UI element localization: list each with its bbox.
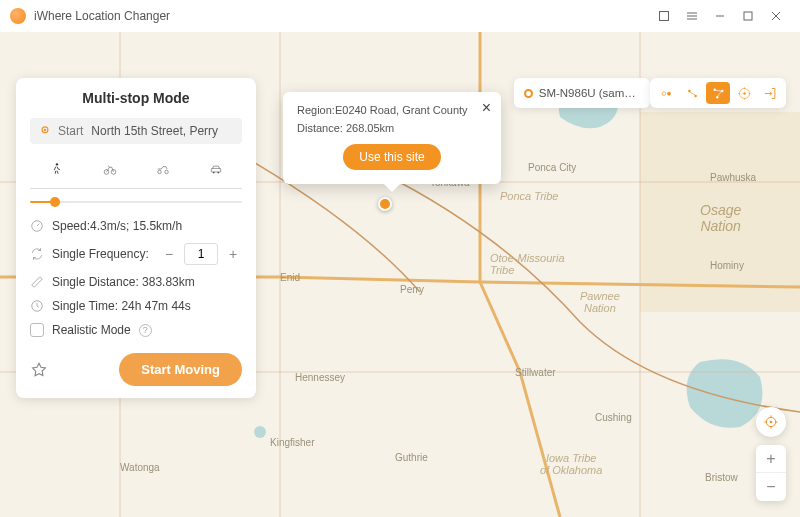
freq-increase-button[interactable]: + xyxy=(224,245,242,263)
zoom-in-button[interactable]: + xyxy=(756,445,786,473)
realistic-checkbox[interactable] xyxy=(30,323,44,337)
location-popup: × Region:E0240 Road, Grant County Distan… xyxy=(283,92,501,184)
transport-modes xyxy=(30,154,242,189)
panel-heading: Multi-stop Mode xyxy=(30,90,242,106)
window-minimize-button[interactable] xyxy=(706,4,734,28)
frequency-label: Single Frequency: xyxy=(52,247,149,261)
svg-point-17 xyxy=(662,91,666,95)
device-label: SM-N986U (samsu... xyxy=(539,87,640,99)
start-moving-button[interactable]: Start Moving xyxy=(119,353,242,386)
svg-point-19 xyxy=(688,89,691,92)
mode-motorcycle[interactable] xyxy=(136,158,189,188)
svg-rect-12 xyxy=(211,168,220,172)
titlebar: iWhere Location Changer xyxy=(0,0,800,32)
svg-point-11 xyxy=(164,170,168,174)
svg-point-27 xyxy=(770,421,773,424)
svg-point-6 xyxy=(44,129,46,131)
speed-slider[interactable] xyxy=(30,195,242,209)
start-value: North 15th Street, Perry xyxy=(91,124,218,138)
clock-icon xyxy=(30,299,44,313)
app-logo-icon xyxy=(10,8,26,24)
svg-rect-2 xyxy=(640,112,800,312)
tool-teleport[interactable] xyxy=(654,82,678,104)
window-menu-button[interactable] xyxy=(678,4,706,28)
recenter-button[interactable] xyxy=(756,407,786,437)
svg-rect-0 xyxy=(660,12,669,21)
realistic-row: Realistic Mode ? xyxy=(30,323,242,337)
svg-point-18 xyxy=(667,91,671,95)
repeat-icon xyxy=(30,247,44,261)
mode-bicycle[interactable] xyxy=(83,158,136,188)
svg-point-20 xyxy=(694,94,697,97)
tool-twospot[interactable] xyxy=(680,82,704,104)
gauge-icon xyxy=(30,219,44,233)
freq-input[interactable] xyxy=(184,243,218,265)
popup-close-button[interactable]: × xyxy=(482,100,491,116)
start-badge: Start xyxy=(58,124,83,138)
tool-multistop[interactable] xyxy=(706,82,730,104)
frequency-row: Single Frequency: − + xyxy=(30,243,242,265)
freq-decrease-button[interactable]: − xyxy=(160,245,178,263)
mode-walk[interactable] xyxy=(30,158,83,188)
popup-region: Region:E0240 Road, Grant County xyxy=(297,104,487,116)
mode-car[interactable] xyxy=(189,158,242,188)
help-icon[interactable]: ? xyxy=(139,324,152,337)
tool-exit[interactable] xyxy=(758,82,782,104)
window-close-button[interactable] xyxy=(762,4,790,28)
device-status-icon xyxy=(524,89,533,98)
zoom-controls: + − xyxy=(756,445,786,501)
window-restore-button[interactable] xyxy=(650,4,678,28)
svg-rect-1 xyxy=(744,12,752,20)
svg-point-7 xyxy=(55,163,57,165)
svg-point-25 xyxy=(743,92,746,95)
mode-toolbar xyxy=(650,78,786,108)
svg-point-10 xyxy=(157,170,161,174)
time-row: Single Time: 24h 47m 44s xyxy=(30,299,242,313)
pin-icon xyxy=(38,124,52,138)
app-title: iWhere Location Changer xyxy=(34,9,650,23)
speed-info: Speed:4.3m/s; 15.5km/h xyxy=(30,219,242,233)
tool-joystick[interactable] xyxy=(732,82,756,104)
slider-thumb[interactable] xyxy=(50,197,60,207)
realistic-label: Realistic Mode xyxy=(52,323,131,337)
svg-point-13 xyxy=(212,172,214,174)
popup-distance: Distance: 268.05km xyxy=(297,122,487,134)
distance-row: Single Distance: 383.83km xyxy=(30,275,242,289)
map-marker-icon[interactable] xyxy=(378,197,392,211)
window-maximize-button[interactable] xyxy=(734,4,762,28)
ruler-icon xyxy=(30,275,44,289)
start-location-field[interactable]: Start North 15th Street, Perry xyxy=(30,118,242,144)
device-selector[interactable]: SM-N986U (samsu... xyxy=(514,78,650,108)
svg-point-14 xyxy=(217,172,219,174)
favorite-button[interactable] xyxy=(30,361,48,379)
frequency-stepper: − + xyxy=(160,243,242,265)
zoom-out-button[interactable]: − xyxy=(756,473,786,501)
svg-point-3 xyxy=(254,426,266,438)
side-panel: Multi-stop Mode Start North 15th Street,… xyxy=(16,78,256,398)
use-this-site-button[interactable]: Use this site xyxy=(343,144,440,170)
